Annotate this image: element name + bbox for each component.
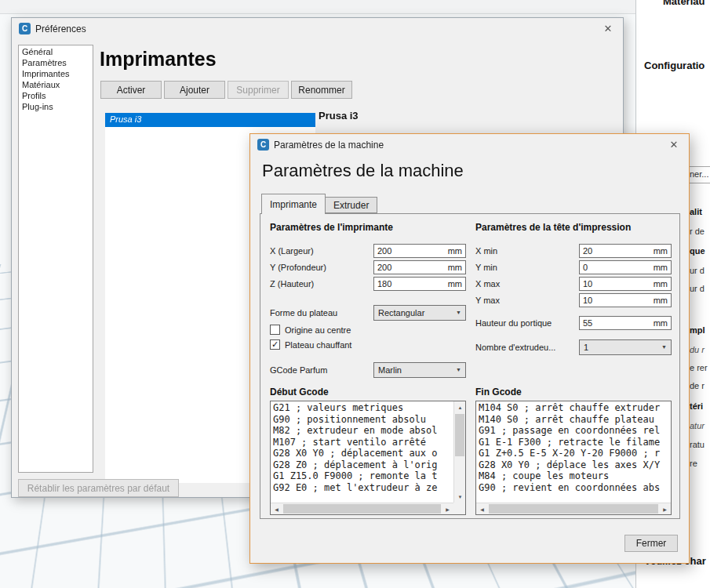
- rename-button[interactable]: Renommer: [291, 81, 352, 99]
- field-label: Hauteur du portique: [475, 318, 579, 328]
- horizontal-scrollbar[interactable]: ◀ ▶: [476, 503, 671, 514]
- horizontal-scrollbar-thumb[interactable]: [489, 504, 658, 514]
- printer-settings-heading: Paramètres de l'imprimante: [270, 222, 466, 233]
- heated-bed-checkbox[interactable]: ✓: [270, 339, 280, 350]
- preferences-titlebar: C Préférences ✕: [12, 18, 623, 39]
- add-button[interactable]: Ajouter: [164, 81, 225, 99]
- scroll-left-button[interactable]: ◀: [271, 503, 282, 515]
- scroll-up-icon: ▲: [458, 405, 463, 410]
- field-row-z-height: Z (Hauteur) 180 mm: [270, 275, 466, 292]
- field-row-x-min: X min 20 mm: [475, 242, 672, 259]
- scroll-right-button[interactable]: ▶: [442, 503, 453, 515]
- end-gcode-editor[interactable]: M104 S0 ; arrêt chauffe extruderM140 S0 …: [475, 401, 672, 515]
- sidebar-item-materials[interactable]: Matériaux: [19, 79, 93, 90]
- check-icon: ✓: [271, 340, 279, 349]
- field-label: X min: [475, 246, 579, 256]
- field-row-y-min: Y min 0 mm: [475, 259, 672, 275]
- x-width-input[interactable]: 200 mm: [373, 244, 466, 258]
- field-label: Y max: [475, 296, 579, 305]
- scrollbar-corner: [453, 503, 465, 514]
- scroll-right-button[interactable]: ▶: [659, 503, 671, 515]
- horizontal-scrollbar-thumb[interactable]: [283, 504, 441, 514]
- machine-titlebar: C Paramètres de la machine ✕: [250, 134, 689, 155]
- remove-button: Supprimer: [228, 81, 289, 99]
- heated-bed-row: ✓ Plateau chauffant: [270, 337, 466, 352]
- vertical-scrollbar-thumb[interactable]: [455, 414, 464, 456]
- y-max-input[interactable]: 10 mm: [579, 293, 672, 307]
- z-height-input[interactable]: 180 mm: [373, 277, 466, 291]
- y-min-input[interactable]: 0 mm: [579, 260, 672, 274]
- setting-label-fragment: mpl: [690, 325, 705, 335]
- scroll-down-button[interactable]: ▼: [454, 491, 466, 503]
- gcode-flavor-dropdown[interactable]: Marlin ▼: [373, 362, 466, 378]
- field-row-gantry-height: Hauteur du portique 55 mm: [475, 314, 672, 331]
- end-gcode-text[interactable]: M104 S0 ; arrêt chauffe extruderM140 S0 …: [476, 401, 669, 503]
- printer-actions: Activer Ajouter Supprimer Renommer: [100, 81, 352, 99]
- gantry-height-input[interactable]: 55 mm: [579, 316, 672, 330]
- dropdown-value: 1: [584, 343, 588, 352]
- start-gcode-text[interactable]: G21 ; valeurs metriquesG90 ; positionnem…: [271, 401, 453, 503]
- field-value: 55: [583, 318, 654, 328]
- reset-defaults-button[interactable]: Rétablir les paramètres par défaut: [18, 479, 179, 497]
- sidebar-item-settings[interactable]: Paramètres: [19, 57, 93, 68]
- sidebar-item-plugins[interactable]: Plug-ins: [19, 101, 93, 112]
- close-dialog-button[interactable]: Fermer: [624, 535, 678, 552]
- tab-extruder[interactable]: Extruder: [326, 197, 377, 213]
- tab-printer[interactable]: Imprimante: [261, 194, 326, 214]
- setting-label-fragment: e rer: [690, 363, 708, 372]
- field-unit: mm: [654, 279, 668, 289]
- dropdown-value: Rectangular: [378, 308, 424, 318]
- setting-label-fragment: atur: [690, 421, 705, 430]
- setting-label-fragment: ur d: [690, 284, 705, 293]
- scroll-down-icon: ▼: [458, 495, 463, 499]
- machine-settings-panel: Paramètres de l'imprimante X (Largeur) 2…: [260, 213, 680, 519]
- horizontal-scrollbar[interactable]: ◀ ▶: [271, 503, 453, 514]
- machine-tabs: Imprimante Extruder: [261, 194, 377, 214]
- setting-label-fragment: du r: [690, 345, 705, 354]
- start-gcode-section: Début Gcode G21 ; valeurs metriquesG90 ;…: [270, 383, 466, 515]
- setting-label-fragment: alit: [690, 207, 702, 216]
- sidebar-item-profiles[interactable]: Profils: [19, 90, 93, 101]
- field-value: 20: [583, 246, 654, 256]
- sidebar-item-printers[interactable]: Imprimantes: [19, 68, 93, 79]
- cura-logo-icon: C: [257, 139, 269, 151]
- field-row-y-max: Y max 10 mm: [475, 292, 672, 308]
- scroll-up-button[interactable]: ▲: [454, 401, 466, 413]
- profile-dropdown-fragment[interactable]: ner...: [686, 166, 710, 183]
- bed-shape-dropdown[interactable]: Rectangular ▼: [373, 305, 466, 321]
- printer-list-item-selected[interactable]: Prusa i3: [105, 113, 315, 127]
- x-min-input[interactable]: 20 mm: [579, 244, 672, 258]
- printhead-settings-heading: Paramètres de la tête d'impression: [475, 222, 672, 233]
- field-label: Forme du plateau: [270, 308, 373, 318]
- toolbar-strip: [0, 0, 635, 14]
- printhead-settings-column: Paramètres de la tête d'impression X min…: [475, 222, 672, 383]
- field-value: 10: [583, 279, 654, 289]
- activate-button[interactable]: Activer: [100, 81, 162, 99]
- close-icon[interactable]: ✕: [666, 139, 682, 151]
- start-gcode-editor[interactable]: G21 ; valeurs metriquesG90 ; positionnem…: [270, 401, 466, 515]
- scroll-left-icon: ◀: [480, 506, 484, 512]
- close-icon[interactable]: ✕: [600, 23, 616, 34]
- sidebar-item-general[interactable]: Général: [19, 46, 93, 57]
- y-depth-input[interactable]: 200 mm: [373, 260, 466, 274]
- field-value: 0: [583, 263, 654, 272]
- printer-detail-title: Prusa i3: [319, 110, 359, 122]
- x-max-input[interactable]: 10 mm: [579, 277, 672, 291]
- field-unit: mm: [448, 263, 462, 272]
- field-unit: mm: [448, 246, 462, 256]
- scroll-right-icon: ▶: [663, 506, 667, 512]
- extruder-count-dropdown[interactable]: 1 ▼: [579, 339, 672, 355]
- end-gcode-heading: Fin Gcode: [475, 387, 672, 397]
- scroll-left-button[interactable]: ◀: [476, 503, 488, 515]
- setting-label-fragment: ur d: [690, 266, 705, 275]
- field-row-x-width: X (Largeur) 200 mm: [270, 242, 466, 259]
- scroll-left-icon: ◀: [275, 506, 279, 512]
- chevron-down-icon: ▼: [456, 367, 461, 372]
- end-gcode-section: Fin Gcode M104 S0 ; arrêt chauffe extrud…: [475, 383, 672, 515]
- origin-center-checkbox[interactable]: [270, 325, 280, 335]
- printer-settings-column: Paramètres de l'imprimante X (Largeur) 2…: [270, 222, 466, 383]
- field-label: X (Largeur): [270, 246, 373, 256]
- field-label: GCode Parfum: [270, 365, 373, 375]
- vertical-scrollbar[interactable]: ▲ ▼: [453, 401, 465, 503]
- field-unit: mm: [654, 263, 668, 272]
